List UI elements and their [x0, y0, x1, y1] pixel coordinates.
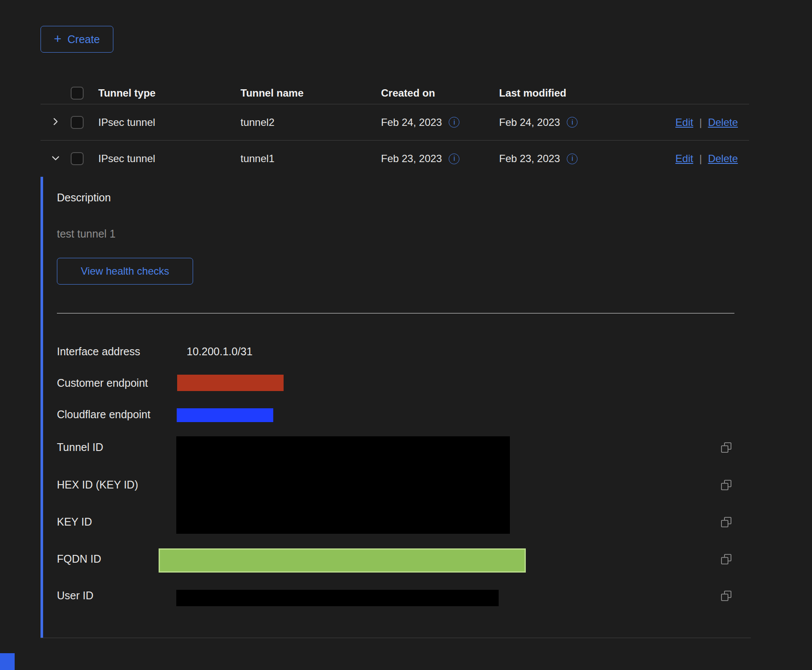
- interface-address-value: 10.200.1.0/31: [187, 345, 253, 358]
- select-row-checkbox[interactable]: [71, 152, 84, 165]
- chevron-right-icon: [51, 117, 60, 128]
- key-id-label: KEY ID: [57, 515, 92, 528]
- tunnel-name-cell: tunnel2: [240, 116, 381, 128]
- create-button[interactable]: + Create: [41, 26, 113, 53]
- create-button-label: Create: [68, 33, 100, 46]
- select-row-checkbox[interactable]: [71, 116, 84, 129]
- hex-id-label: HEX ID (KEY ID): [57, 478, 138, 491]
- chevron-down-icon: [51, 153, 60, 164]
- edit-link[interactable]: Edit: [675, 116, 693, 128]
- tunnel-type-cell: IPsec tunnel: [98, 116, 240, 128]
- divider: [57, 313, 734, 313]
- actions-separator: |: [699, 153, 702, 165]
- last-modified-value: Feb 24, 2023: [499, 116, 560, 128]
- cloudflare-endpoint-redaction: [177, 408, 273, 422]
- interface-address-label: Interface address: [57, 345, 140, 358]
- tunnel-id-label: Tunnel ID: [57, 441, 103, 454]
- copy-icon: [720, 590, 732, 603]
- info-icon[interactable]: i: [449, 153, 459, 164]
- col-header-tunnel-name: Tunnel name: [240, 87, 381, 99]
- view-health-checks-button[interactable]: View health checks: [57, 258, 193, 285]
- table-header-row: Tunnel type Tunnel name Created on Last …: [41, 82, 749, 104]
- customer-endpoint-redaction: [177, 375, 284, 391]
- bottom-left-accent: [0, 653, 15, 670]
- expand-row-button[interactable]: [48, 114, 63, 130]
- select-all-checkbox[interactable]: [71, 87, 84, 100]
- col-header-created-on: Created on: [381, 87, 499, 99]
- info-icon[interactable]: i: [567, 153, 578, 164]
- copy-key-id-button[interactable]: [720, 516, 733, 529]
- ids-redaction-block: [176, 436, 510, 534]
- user-id-redaction: [176, 590, 499, 606]
- customer-endpoint-label: Customer endpoint: [57, 376, 148, 389]
- copy-icon: [720, 479, 732, 492]
- plus-icon: +: [54, 32, 62, 45]
- edit-link[interactable]: Edit: [675, 153, 693, 165]
- description-value: test tunnel 1: [57, 228, 116, 240]
- copy-user-id-button[interactable]: [720, 590, 733, 603]
- delete-link[interactable]: Delete: [708, 116, 738, 128]
- table-row: IPsec tunnel tunnel1 Feb 23, 2023 i Feb …: [41, 141, 749, 177]
- created-on-value: Feb 23, 2023: [381, 153, 442, 165]
- description-label: Description: [57, 191, 111, 204]
- tunnel-type-cell: IPsec tunnel: [98, 153, 240, 165]
- expanded-row-accent-bar: [41, 177, 43, 638]
- last-modified-value: Feb 23, 2023: [499, 153, 560, 165]
- header-checkbox-cell: [71, 87, 98, 100]
- info-icon[interactable]: i: [567, 117, 578, 128]
- actions-separator: |: [699, 116, 702, 128]
- cloudflare-endpoint-label: Cloudflare endpoint: [57, 408, 150, 421]
- col-header-last-modified: Last modified: [499, 87, 637, 99]
- copy-icon: [720, 516, 732, 529]
- copy-fqdn-id-button[interactable]: [720, 553, 733, 566]
- created-on-value: Feb 24, 2023: [381, 116, 442, 128]
- user-id-label: User ID: [57, 589, 94, 602]
- fqdn-id-label: FQDN ID: [57, 552, 101, 565]
- collapse-row-button[interactable]: [48, 151, 63, 167]
- delete-link[interactable]: Delete: [708, 153, 738, 165]
- copy-hex-id-button[interactable]: [720, 479, 733, 492]
- copy-icon: [720, 553, 732, 567]
- tunnels-table: Tunnel type Tunnel name Created on Last …: [41, 82, 749, 177]
- copy-tunnel-id-button[interactable]: [720, 441, 733, 454]
- info-icon[interactable]: i: [449, 117, 459, 128]
- tunnel-name-cell: tunnel1: [240, 153, 381, 165]
- table-row: IPsec tunnel tunnel2 Feb 24, 2023 i Feb …: [41, 104, 749, 141]
- col-header-tunnel-type: Tunnel type: [98, 87, 240, 99]
- fqdn-id-redaction: [159, 548, 526, 573]
- tunnel-detail-panel: Description test tunnel 1 View health ch…: [41, 177, 751, 638]
- copy-icon: [720, 441, 732, 455]
